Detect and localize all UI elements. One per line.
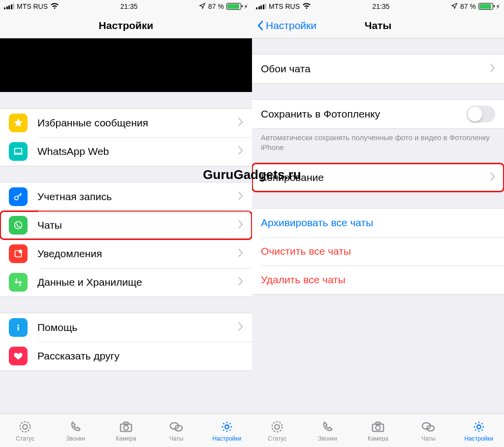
charging-icon: ⚡︎	[244, 3, 248, 10]
svg-point-19	[376, 425, 380, 430]
svg-point-23	[477, 425, 481, 429]
tab-settings[interactable]: Настройки	[202, 414, 252, 447]
notifications-icon	[9, 244, 28, 263]
chevron-right-icon	[238, 191, 243, 202]
row-delete-all[interactable]: Удалить все чаты	[252, 266, 504, 294]
row-tell-a-friend[interactable]: Рассказать другу	[0, 342, 252, 370]
row-chat-wallpaper[interactable]: Обои чата	[252, 55, 504, 83]
wifi-icon	[302, 2, 311, 11]
row-clear-all[interactable]: Очистить все чаты	[252, 237, 504, 266]
settings-group-1: Избранные сообщения WhatsApp Web	[0, 108, 252, 166]
signal-bars-icon	[4, 3, 14, 9]
location-icon	[199, 2, 206, 11]
chevron-right-icon	[238, 146, 243, 157]
chevron-left-icon	[257, 20, 264, 31]
row-help[interactable]: Помощь	[0, 313, 252, 342]
row-chat-backup[interactable]: Копирование	[252, 163, 504, 192]
status-bar: MTS RUS 21:35 87 % ⚡︎	[252, 0, 504, 13]
svg-rect-1	[14, 154, 23, 155]
row-label: Удалить все чаты	[261, 274, 495, 286]
row-account[interactable]: Учетная запись	[0, 182, 252, 211]
nav-bar: Настройки Чаты	[252, 13, 504, 38]
svg-point-6	[17, 325, 19, 326]
row-label: Обои чата	[261, 63, 490, 75]
chevron-right-icon	[490, 172, 495, 183]
row-label: Чаты	[37, 219, 238, 231]
tab-settings[interactable]: Настройки	[454, 414, 504, 447]
svg-rect-12	[124, 422, 128, 424]
star-icon	[9, 114, 28, 132]
settings-group-3: Помощь Рассказать другу	[0, 313, 252, 371]
row-label: Рассказать другу	[37, 350, 243, 362]
profile-row-redacted[interactable]	[0, 38, 252, 92]
back-button[interactable]: Настройки	[254, 13, 319, 38]
row-label: Очистить все чаты	[261, 245, 495, 257]
status-bar: MTS RUS 21:35 87 % ⚡︎	[0, 0, 252, 13]
heart-icon	[9, 347, 28, 365]
page-title: Чаты	[365, 20, 392, 31]
chevron-right-icon	[238, 322, 243, 333]
tab-status[interactable]: Статус	[252, 414, 302, 447]
tab-bar: Статус Звонки Камера Чаты Настройки	[0, 414, 252, 447]
charging-icon: ⚡︎	[496, 3, 500, 10]
row-label: WhatsApp Web	[37, 146, 238, 157]
chats-settings-screen: MTS RUS 21:35 87 % ⚡︎ Настройки Чаты О	[252, 0, 504, 447]
chevron-right-icon	[238, 277, 243, 288]
tab-label: Камера	[368, 435, 388, 442]
chevron-right-icon	[238, 118, 243, 128]
key-icon	[9, 187, 28, 206]
row-label: Архивировать все чаты	[261, 217, 495, 229]
tab-label: Настройки	[464, 435, 493, 442]
battery-icon	[226, 3, 241, 10]
tab-label: Статус	[268, 435, 286, 442]
row-label: Данные и Хранилище	[37, 276, 238, 288]
row-archive-all[interactable]: Архивировать все чаты	[252, 209, 504, 237]
tab-label: Звонки	[66, 435, 85, 442]
tab-camera[interactable]: Камера	[353, 414, 403, 447]
row-label: Учетная запись	[37, 191, 238, 203]
tab-label: Настройки	[212, 435, 241, 442]
row-label: Уведомления	[37, 248, 238, 260]
row-data-storage[interactable]: Данные и Хранилище	[0, 268, 252, 297]
svg-point-17	[275, 424, 280, 429]
svg-point-16	[272, 421, 283, 432]
battery-percent: 87 %	[208, 2, 224, 10]
row-notifications[interactable]: Уведомления	[0, 239, 252, 268]
tab-label: Статус	[16, 435, 34, 442]
row-save-to-camera-roll[interactable]: Сохранить в Фотопленку	[252, 100, 504, 128]
row-whatsapp-web[interactable]: WhatsApp Web	[0, 137, 252, 166]
info-icon	[9, 318, 28, 337]
tab-status[interactable]: Статус	[0, 414, 50, 447]
tab-calls[interactable]: Звонки	[50, 414, 100, 447]
tab-label: Чаты	[421, 435, 436, 442]
settings-screen: MTS RUS 21:35 87 % ⚡︎ Настройки Избранны…	[0, 0, 252, 447]
tab-camera[interactable]: Камера	[101, 414, 151, 447]
row-label: Копирование	[261, 172, 490, 183]
tab-chats[interactable]: Чаты	[151, 414, 201, 447]
svg-point-9	[23, 424, 28, 429]
location-icon	[451, 2, 458, 11]
svg-rect-0	[15, 149, 22, 153]
tab-calls[interactable]: Звонки	[302, 414, 352, 447]
chevron-right-icon	[238, 248, 243, 259]
svg-point-2	[15, 196, 18, 200]
toggle-save-camera[interactable]	[467, 106, 495, 122]
tab-chats[interactable]: Чаты	[403, 414, 453, 447]
tab-label: Чаты	[169, 435, 184, 442]
laptop-icon	[9, 142, 28, 161]
chevron-right-icon	[490, 63, 495, 74]
svg-rect-20	[376, 422, 380, 424]
battery-percent: 87 %	[460, 2, 476, 10]
row-starred-messages[interactable]: Избранные сообщения	[0, 109, 252, 137]
data-icon	[9, 273, 28, 292]
tab-label: Камера	[116, 435, 136, 442]
carrier-label: MTS RUS	[269, 2, 300, 10]
svg-point-3	[15, 222, 22, 229]
clock: 21:35	[373, 2, 390, 10]
svg-point-5	[19, 250, 22, 253]
wifi-icon	[50, 2, 59, 11]
clock: 21:35	[121, 2, 138, 10]
signal-bars-icon	[256, 3, 266, 9]
row-chats[interactable]: Чаты	[0, 211, 252, 239]
chevron-right-icon	[238, 220, 243, 231]
